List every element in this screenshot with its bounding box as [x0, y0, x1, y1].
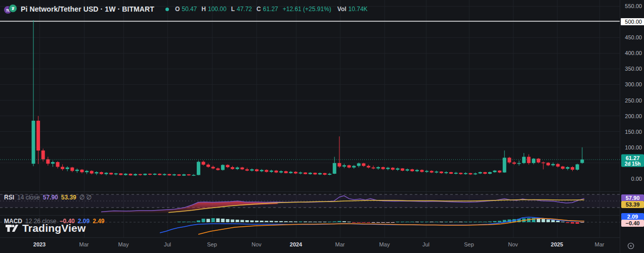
rsi-indicator-row[interactable]: RSI 14 close 57.90 53.39 ∅ ∅ [4, 194, 92, 201]
macd-histogram-bar [265, 221, 268, 222]
price-axis-label: 300.00 [625, 81, 642, 87]
macd-histogram-bar [571, 222, 574, 224]
candle-body [192, 175, 195, 176]
macd-histogram-bar [275, 221, 278, 222]
candle-body [284, 171, 288, 173]
macd-histogram-bar [236, 220, 239, 222]
candle-body [445, 172, 448, 173]
rsi-ma-value-badge: 53.39 [621, 201, 644, 208]
macd-histogram-bar [561, 222, 565, 222]
candle-body [134, 174, 137, 176]
candle-body [216, 169, 220, 170]
rsi-extra-symbols: ∅ ∅ [79, 194, 92, 201]
macd-histogram-bar [226, 219, 230, 222]
macd-histogram-bar [178, 222, 181, 222]
open-value: 50.47 [182, 6, 197, 13]
candle-body [275, 171, 278, 173]
tradingview-chart-window: π ₮ Pi Network/Tether USD · 1W · BITMART… [0, 0, 644, 253]
candle-body [265, 170, 268, 172]
time-axis-month-label: Nov [251, 241, 262, 247]
macd-histogram-bar [352, 222, 356, 223]
candle-body [328, 174, 331, 175]
time-axis[interactable]: 2023MarMayJulSepNov2024MarMayJulSepNov20… [0, 237, 620, 253]
candle-body [367, 166, 370, 168]
macd-histogram-bar [546, 220, 550, 222]
price-axis-label: 150.00 [625, 129, 642, 135]
macd-histogram-bar [221, 219, 225, 222]
candle-body [80, 170, 84, 172]
pane-separator-rsi[interactable] [0, 191, 620, 192]
price-axis[interactable]: 550.00500.00450.00400.00350.00300.00250.… [620, 0, 644, 253]
candle-body [61, 167, 64, 169]
last-price-badge: 61.272d 15h [621, 155, 644, 167]
macd-histogram-bar [362, 222, 365, 223]
candle-body [503, 158, 506, 172]
macd-histogram-bar [337, 221, 341, 222]
macd-histogram-bar [342, 221, 346, 222]
candle-body [318, 173, 322, 175]
candle-body [114, 173, 118, 174]
macd-histogram-bar [459, 222, 462, 222]
candle-body [556, 164, 560, 167]
candle-body [396, 169, 400, 170]
rsi-title[interactable]: RSI [4, 194, 14, 201]
symbol-header: π ₮ Pi Network/Tether USD · 1W · BITMART… [4, 4, 370, 15]
candle-body [386, 168, 390, 169]
macd-line-value: 2.09 [78, 218, 90, 225]
candle-body [304, 173, 307, 174]
candle-body [197, 162, 200, 175]
candle-body [459, 173, 462, 174]
candle-body [279, 171, 283, 173]
macd-histogram-bar [202, 219, 205, 222]
macd-histogram-bar [580, 222, 584, 223]
price-axis-label: 550.00 [625, 3, 642, 9]
candle-body [109, 173, 113, 174]
candle-body [381, 167, 385, 169]
macd-histogram-bar [406, 222, 409, 222]
macd-histogram-bar [401, 222, 404, 222]
candle-body [522, 157, 526, 163]
time-axis-month-label: Mar [79, 241, 89, 247]
symbol-title[interactable]: Pi Network/Tether USD · 1W · BITMART [21, 5, 154, 13]
candle-body [493, 171, 497, 172]
macd-histogram-bar [313, 222, 317, 222]
candle-body [158, 174, 161, 175]
macd-indicator-row[interactable]: MACD 12 26 close −0.40 2.09 2.49 [4, 218, 104, 225]
candle-body [372, 168, 375, 169]
candle-body [294, 172, 297, 173]
macd-title[interactable]: MACD [4, 218, 22, 225]
pane-separator-macd[interactable] [0, 215, 620, 216]
macd-signal-value: 2.49 [93, 218, 104, 225]
macd-histogram-bar [206, 219, 210, 222]
candle-body [236, 168, 239, 169]
macd-histogram-bar [192, 222, 195, 222]
macd-histogram-bar [245, 220, 249, 222]
price-axis-label: 400.00 [625, 50, 642, 56]
macd-histogram-bar [474, 222, 477, 222]
price-axis-label: 100.00 [625, 144, 642, 150]
candle-body [231, 167, 234, 169]
candle-body [206, 165, 210, 167]
macd-histogram-bar [430, 222, 434, 222]
candle-body [178, 174, 181, 176]
candle-body [333, 163, 336, 174]
macd-histogram-bar [381, 222, 385, 223]
candle-body [420, 170, 424, 172]
macd-histogram-bar [367, 222, 370, 223]
time-axis-month-label: May [118, 241, 129, 247]
macd-histogram-bar [260, 221, 264, 222]
candle-body [75, 170, 79, 171]
macd-histogram-bar [391, 222, 395, 223]
chart-canvas[interactable] [0, 0, 620, 237]
candle-body [391, 168, 395, 170]
candle-body [46, 159, 50, 164]
macd-hist-value: −0.40 [59, 218, 74, 225]
candle-body [202, 162, 205, 165]
market-status-dot[interactable] [165, 8, 169, 11]
time-axis-month-label: May [379, 241, 390, 247]
candle-body [240, 168, 244, 170]
candle-body [167, 174, 171, 176]
candle-body [464, 173, 467, 174]
axis-settings-icon[interactable] [625, 240, 636, 251]
candle-body [66, 168, 69, 169]
